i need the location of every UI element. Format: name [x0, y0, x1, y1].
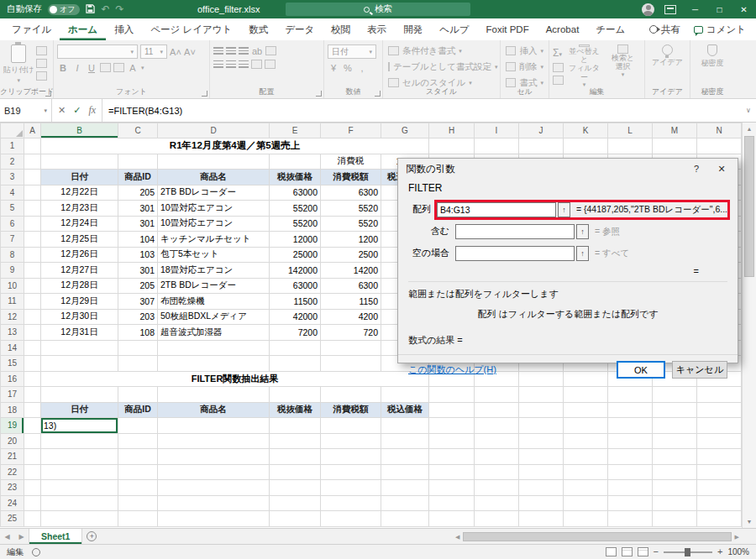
column-header-G[interactable]: G [381, 123, 429, 138]
cell-I18[interactable] [475, 402, 519, 418]
cell-E10[interactable]: 63000 [270, 278, 321, 294]
cell-F6[interactable]: 5520 [321, 216, 381, 232]
cell-M17[interactable] [653, 387, 697, 403]
cell-A22[interactable] [24, 464, 41, 480]
sensitivity-button[interactable]: 秘密度 [694, 43, 731, 69]
align-middle-icon[interactable] [226, 47, 236, 55]
cell-M24[interactable] [653, 495, 697, 511]
user-avatar[interactable] [642, 3, 654, 16]
cell-M21[interactable] [653, 449, 697, 465]
cell-J17[interactable] [519, 387, 564, 403]
cell-J23[interactable] [519, 480, 564, 496]
cell-E11[interactable]: 11500 [270, 294, 321, 310]
cell-E17[interactable] [270, 387, 321, 403]
cell-G18[interactable]: 税込価格 [381, 402, 429, 418]
dialog-help-icon[interactable]: ? [684, 159, 709, 178]
row-header-14[interactable]: 14 [1, 340, 24, 356]
borders-icon[interactable] [100, 63, 111, 72]
cell-K17[interactable] [564, 387, 608, 403]
cell-L25[interactable] [608, 511, 653, 527]
cell-I1[interactable] [475, 138, 519, 154]
cell-H22[interactable] [429, 464, 475, 480]
cell-D4[interactable]: 2TB BDレコーダー [158, 185, 270, 201]
italic-button[interactable]: I [71, 61, 83, 74]
percent-icon[interactable]: % [342, 61, 354, 74]
cell-E4[interactable]: 63000 [270, 185, 321, 201]
cell-F4[interactable]: 6300 [321, 185, 381, 201]
cell-C24[interactable] [118, 495, 158, 511]
cell-A11[interactable] [24, 294, 41, 310]
cell-H23[interactable] [429, 480, 475, 496]
cell-C8[interactable]: 103 [118, 247, 158, 263]
cell-D19[interactable] [158, 418, 270, 434]
zoom-slider[interactable] [664, 551, 712, 553]
insert-function-icon[interactable]: fx [88, 104, 96, 117]
cell-F2[interactable]: 消費税 [321, 154, 381, 170]
font-color-icon[interactable]: A [127, 61, 139, 74]
close-button[interactable]: ✕ [732, 0, 756, 18]
cell-K1[interactable] [564, 138, 608, 154]
cell-A17[interactable] [24, 387, 41, 403]
ribbon-tab-表示[interactable]: 表示 [359, 18, 395, 40]
cell-C10[interactable]: 205 [118, 278, 158, 294]
cell-E22[interactable] [270, 464, 321, 480]
align-center-icon[interactable] [226, 60, 236, 68]
cancel-entry-icon[interactable]: ✕ [58, 105, 66, 116]
cell-J21[interactable] [519, 449, 564, 465]
find-select-button[interactable]: 検索と 選択▾ [605, 43, 641, 87]
cell-B23[interactable] [41, 480, 118, 496]
fill-icon[interactable] [553, 63, 564, 72]
cell-E2[interactable] [270, 154, 321, 170]
cell-F8[interactable]: 2500 [321, 247, 381, 263]
cell-I22[interactable] [475, 464, 519, 480]
row-header-20[interactable]: 20 [1, 433, 24, 449]
cell-B19[interactable]: 13) [41, 418, 118, 434]
cell-A10[interactable] [24, 278, 41, 294]
column-header-D[interactable]: D [158, 123, 270, 138]
cell-K23[interactable] [564, 480, 608, 496]
cell-B22[interactable] [41, 464, 118, 480]
cell-E20[interactable] [270, 433, 321, 449]
autosum-button[interactable]: Σ▾ [553, 44, 564, 60]
row-header-19[interactable]: 19 [1, 418, 24, 434]
cell-N20[interactable] [697, 433, 742, 449]
column-header-H[interactable]: H [429, 123, 475, 138]
cut-icon[interactable] [36, 46, 47, 55]
cell-B9[interactable]: 12月27日 [41, 263, 118, 279]
cell-E12[interactable]: 42000 [270, 309, 321, 325]
cell-L20[interactable] [608, 433, 653, 449]
row-header-16[interactable]: 16 [1, 371, 24, 387]
cell-E15[interactable] [270, 356, 321, 372]
cell-G23[interactable] [381, 480, 429, 496]
cell-H17[interactable] [429, 387, 475, 403]
ribbon-tab-ファイル[interactable]: ファイル [3, 18, 60, 40]
ribbon-tab-データ[interactable]: データ [276, 18, 323, 40]
cell-E24[interactable] [270, 495, 321, 511]
ribbon-tab-ヘルプ[interactable]: ヘルプ [431, 18, 477, 40]
horizontal-scrollbar[interactable]: ◀ ▶ [454, 531, 741, 542]
cell-G19[interactable] [381, 418, 429, 434]
cell-J22[interactable] [519, 464, 564, 480]
cell-E7[interactable]: 12000 [270, 232, 321, 248]
cell-B8[interactable]: 12月26日 [41, 247, 118, 263]
format-painter-icon[interactable] [36, 71, 47, 81]
cell-J18[interactable] [519, 402, 564, 418]
cell-F22[interactable] [321, 464, 381, 480]
zoom-level[interactable]: 100% [727, 547, 749, 556]
cell-C9[interactable]: 301 [118, 263, 158, 279]
cell-C12[interactable]: 203 [118, 309, 158, 325]
cell-D3[interactable]: 商品名 [158, 170, 270, 185]
formula-input[interactable]: =FILTER(B4:G13) [102, 99, 741, 122]
cell-A7[interactable] [24, 232, 41, 248]
row-header-17[interactable]: 17 [1, 387, 24, 403]
cell-B12[interactable]: 12月30日 [41, 309, 118, 325]
row-header-23[interactable]: 23 [1, 480, 24, 496]
cancel-button[interactable]: キャンセル [672, 361, 727, 379]
cell-M1[interactable] [653, 138, 697, 154]
cell-C20[interactable] [118, 433, 158, 449]
cell-C17[interactable] [118, 387, 158, 403]
column-header-K[interactable]: K [564, 123, 608, 138]
cell-J25[interactable] [519, 511, 564, 527]
ribbon-tab-Foxit PDF[interactable]: Foxit PDF [478, 18, 538, 40]
cell-B3[interactable]: 日付 [41, 170, 118, 185]
